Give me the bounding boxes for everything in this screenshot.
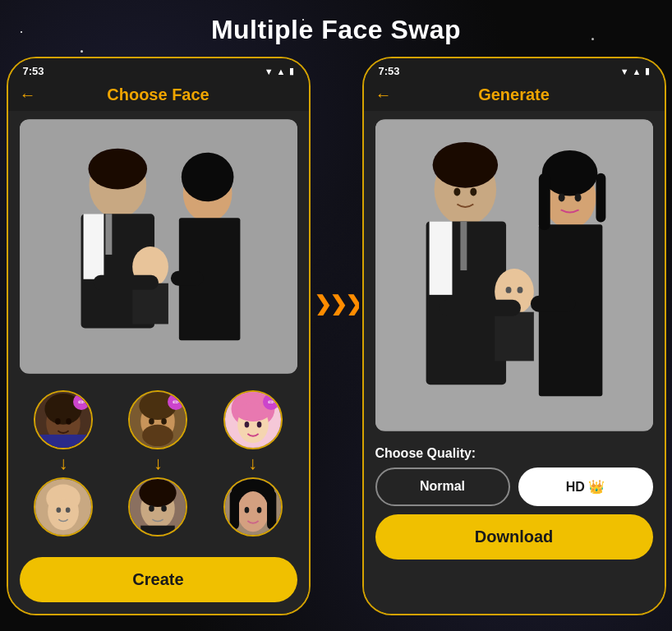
right-status-bar: 7:53 ▼ ▲ ▮ <box>364 58 665 81</box>
left-phone: 7:53 ▼ ▲ ▮ ← Choose Face <box>7 57 311 615</box>
svg-point-22 <box>46 485 81 513</box>
svg-point-70 <box>505 287 511 293</box>
arrow-1: ↓ <box>59 454 68 472</box>
target-face-1 <box>34 477 93 537</box>
right-phone: 7:53 ▼ ▲ ▮ ← Generate <box>362 57 666 615</box>
quality-section: Choose Quality: Normal HD 👑 <box>364 438 665 511</box>
svg-rect-37 <box>141 526 176 535</box>
svg-rect-67 <box>596 173 605 223</box>
svg-rect-1 <box>20 120 297 373</box>
svg-point-10 <box>88 149 147 190</box>
svg-point-62 <box>541 150 597 196</box>
svg-point-11 <box>181 153 233 202</box>
svg-point-42 <box>244 421 249 428</box>
svg-point-59 <box>453 188 460 196</box>
target-face-3 <box>223 477 283 537</box>
svg-rect-50 <box>267 491 276 529</box>
svg-rect-5 <box>105 214 112 255</box>
download-button[interactable]: Download <box>375 514 653 560</box>
left-status-bar: 7:53 ▼ ▲ ▮ <box>8 58 309 81</box>
battery-icon-r: ▮ <box>645 66 650 76</box>
signal-icon-r: ▼ <box>620 67 629 76</box>
svg-rect-69 <box>495 312 534 362</box>
left-status-time: 7:53 <box>23 65 44 77</box>
left-phone-content: ✏ ↓ <box>8 111 309 614</box>
page-title: Multiple Face Swap <box>0 0 672 57</box>
svg-point-65 <box>574 194 581 202</box>
svg-point-29 <box>143 425 174 446</box>
svg-rect-12 <box>93 275 159 290</box>
svg-point-18 <box>66 418 71 425</box>
arrow-3: ↓ <box>248 454 257 472</box>
svg-rect-72 <box>439 300 520 316</box>
svg-point-71 <box>517 287 522 293</box>
svg-text:❯❯❯: ❯❯❯ <box>314 292 359 316</box>
quality-buttons: Normal HD 👑 <box>375 467 653 506</box>
left-status-icons: ▼ ▲ ▮ <box>265 66 294 76</box>
right-back-button[interactable]: ← <box>375 85 392 104</box>
edit-badge-3[interactable]: ✏ <box>263 394 279 410</box>
right-nav-title: Generate <box>478 85 550 104</box>
source-face-1[interactable]: ✏ <box>34 390 93 449</box>
left-nav: ← Choose Face <box>8 81 309 111</box>
svg-point-48 <box>257 507 262 514</box>
right-nav: ← Generate <box>364 81 665 111</box>
battery-icon: ▮ <box>289 66 294 76</box>
face-pairs: ✏ ↓ <box>20 390 297 537</box>
svg-point-24 <box>66 507 71 513</box>
face-pair-3: ✏ ↓ <box>223 390 283 537</box>
svg-point-60 <box>470 188 476 196</box>
svg-rect-19 <box>35 435 91 448</box>
source-face-2[interactable]: ✏ <box>128 390 187 449</box>
left-nav-title: Choose Face <box>107 85 209 104</box>
phones-container: 7:53 ▼ ▲ ▮ ← Choose Face <box>0 57 672 615</box>
svg-point-43 <box>257 421 262 428</box>
right-main-photo <box>375 119 653 431</box>
arrow-2: ↓ <box>154 454 163 472</box>
quality-hd-button[interactable]: HD 👑 <box>518 467 653 506</box>
svg-point-55 <box>432 142 498 188</box>
svg-point-25 <box>60 499 67 504</box>
wifi-icon-r: ▲ <box>633 67 642 76</box>
left-back-button[interactable]: ← <box>20 85 36 104</box>
svg-rect-4 <box>83 214 104 279</box>
svg-rect-13 <box>170 271 203 286</box>
svg-point-31 <box>162 418 168 425</box>
direction-arrows: ❯❯❯ <box>311 291 362 316</box>
signal-icon: ▼ <box>265 67 274 76</box>
svg-point-30 <box>150 418 155 425</box>
svg-rect-66 <box>538 173 550 231</box>
svg-point-46 <box>237 491 269 532</box>
svg-rect-49 <box>229 491 238 529</box>
svg-point-36 <box>162 505 168 512</box>
quality-label: Choose Quality: <box>375 446 653 461</box>
right-status-icons: ▼ ▲ ▮ <box>620 66 650 76</box>
source-face-3[interactable]: ✏ <box>223 390 283 449</box>
create-button[interactable]: Create <box>20 557 297 602</box>
target-face-2 <box>128 477 187 537</box>
right-phone-content: Choose Quality: Normal HD 👑 Download <box>364 111 665 614</box>
svg-point-17 <box>55 418 61 425</box>
left-main-photo <box>20 119 297 374</box>
face-section: ✏ ↓ <box>8 380 309 550</box>
svg-rect-73 <box>530 296 575 312</box>
right-status-time: 7:53 <box>379 65 400 77</box>
svg-rect-57 <box>429 221 452 294</box>
svg-point-64 <box>558 194 564 202</box>
svg-point-35 <box>150 505 155 512</box>
svg-point-34 <box>140 479 177 507</box>
face-pair-1: ✏ ↓ <box>34 390 93 537</box>
svg-point-47 <box>244 507 249 514</box>
face-pair-2: ✏ ↓ <box>128 390 187 537</box>
svg-point-23 <box>57 507 62 513</box>
svg-rect-58 <box>460 221 467 270</box>
wifi-icon: ▲ <box>277 67 286 76</box>
quality-normal-button[interactable]: Normal <box>375 467 510 506</box>
